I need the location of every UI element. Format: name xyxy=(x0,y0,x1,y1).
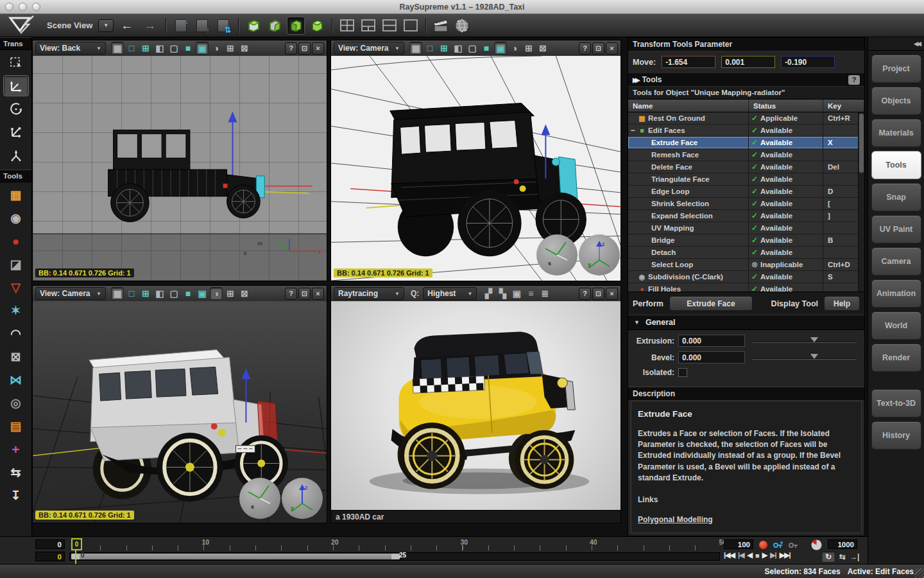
split-shade-cube-icon[interactable]: ◧ xyxy=(452,42,465,55)
viewport-camera-wire-canvas[interactable]: s zy BB: 0.14 0.671 0.726 Grid: 1 xyxy=(331,56,620,281)
view-selector[interactable]: View: Back▼ xyxy=(35,42,106,55)
bevel-slider[interactable] xyxy=(753,353,859,362)
smooth-sphere-tool-button[interactable]: ◎ xyxy=(3,392,29,414)
fit-view-icon[interactable]: ⊞ xyxy=(224,287,237,300)
solid-cube-icon[interactable]: ■ xyxy=(182,287,194,300)
viewport-camera-shaded-canvas[interactable]: s zy BB: 0.14 0.671 0.726 Grid: 1 xyxy=(33,301,327,523)
panel-button-uv-paint[interactable]: UV Paint xyxy=(871,215,921,243)
mode-faces-button[interactable] xyxy=(287,17,305,35)
move-y-field[interactable]: 0.001 xyxy=(721,56,775,68)
globe-button[interactable] xyxy=(453,17,471,35)
nav-forward-button[interactable]: → xyxy=(140,19,160,33)
viewport-raytracing-canvas[interactable]: a 1930AD car xyxy=(331,301,620,523)
tool-row-shrink-selection[interactable]: Shrink Selection✓Available[ xyxy=(628,198,864,210)
layout-single-button[interactable] xyxy=(402,17,420,35)
layout-quad-button[interactable] xyxy=(338,17,356,35)
playback-rate-icon[interactable] xyxy=(811,539,822,553)
dense-wire-cube-icon[interactable]: ⊞ xyxy=(438,42,450,55)
collapse-panel-icon[interactable]: ◀◀ xyxy=(914,40,920,47)
scale-tool-button[interactable] xyxy=(3,121,29,143)
detach-viewport-button[interactable]: ⊡ xyxy=(298,288,311,300)
play-once-button[interactable]: →| xyxy=(850,552,859,561)
pingpong-playback-button[interactable]: ⇆ xyxy=(839,552,846,561)
close-viewport-button[interactable]: × xyxy=(606,288,618,300)
add-keyframe-icon[interactable] xyxy=(773,540,784,552)
render-animation-button[interactable] xyxy=(432,17,450,35)
end-frame-field[interactable]: 100 xyxy=(724,539,753,549)
fill-holes-tool-button[interactable]: ● xyxy=(3,231,29,252)
detach-viewport-button[interactable]: ⊡ xyxy=(592,288,604,300)
timeline-ruler[interactable]: 0 01020304050 xyxy=(69,538,720,551)
flat-cube-icon[interactable]: ▢ xyxy=(466,42,479,55)
rotate-tool-button[interactable] xyxy=(3,98,29,119)
flat-cube-icon[interactable]: ▢ xyxy=(167,42,180,55)
panel-button-materials[interactable]: Materials xyxy=(871,119,921,147)
select-tool-button[interactable] xyxy=(3,52,29,73)
panel-help-button[interactable]: ? xyxy=(848,75,860,85)
save-render-icon[interactable]: ▣ xyxy=(510,287,523,300)
extrusion-field[interactable]: 0.000 xyxy=(678,335,745,347)
collapse-toggle-icon[interactable]: − xyxy=(628,126,637,135)
tool-row-remesh-face[interactable]: Remesh Face✓Available xyxy=(628,149,864,161)
next-frame-button[interactable]: ▶| xyxy=(770,551,776,559)
close-viewport-button[interactable]: × xyxy=(606,42,618,55)
tool-row-triangulate-face[interactable]: Triangulate Face✓Available xyxy=(628,173,864,186)
close-viewport-button[interactable]: × xyxy=(312,42,324,55)
orbit-axis-control[interactable]: zy xyxy=(579,234,620,276)
go-end-button[interactable]: ▶▶| xyxy=(780,551,791,559)
lattice-tool-button[interactable]: ⊠ xyxy=(3,346,29,367)
clapperboard-add-icon[interactable]: ▚ xyxy=(496,287,509,300)
scene-view-dropdown[interactable]: ▼ xyxy=(98,19,114,32)
tool-row-uv-mapping[interactable]: UV Mapping✓Available xyxy=(628,222,864,234)
grid-display-icon[interactable]: ▦ xyxy=(409,42,422,55)
explode-tool-button[interactable]: ✶ xyxy=(3,300,29,321)
general-section-header[interactable]: ▼ General xyxy=(628,315,864,330)
split-shade-cube-icon[interactable]: ◧ xyxy=(153,287,166,300)
tool-row-detach[interactable]: Detach✓Available xyxy=(628,247,864,259)
resize-grip[interactable] xyxy=(914,568,924,578)
render-sphere-icon[interactable]: ◑ xyxy=(508,42,521,55)
panel-button-objects[interactable]: Objects xyxy=(871,87,921,115)
split-shade-cube-icon[interactable]: ◧ xyxy=(153,42,166,55)
move-z-field[interactable]: -0.190 xyxy=(781,56,835,68)
fit-view-icon[interactable]: ⊞ xyxy=(522,42,535,55)
fit-view-icon[interactable]: ⊞ xyxy=(224,42,237,55)
mode-points-button[interactable] xyxy=(244,17,262,35)
minimize-window-icon[interactable] xyxy=(19,3,27,11)
render-sphere-icon[interactable]: ◑ xyxy=(210,42,223,55)
play-button[interactable]: ▶ xyxy=(762,551,767,559)
polygonal-modelling-link[interactable]: Polygonal Modelling xyxy=(638,514,713,525)
grid-display-icon[interactable]: ▦ xyxy=(111,42,124,55)
constraint-tool-button[interactable]: ↧ xyxy=(3,485,29,506)
tool-row-select-loop[interactable]: Select Loop⊗InapplicableCtrl+D xyxy=(628,259,864,271)
mode-object-button[interactable] xyxy=(308,17,326,35)
extrusion-slider[interactable] xyxy=(753,337,859,346)
move-tool-button[interactable] xyxy=(3,75,29,96)
wireframe-cube-icon[interactable]: □ xyxy=(125,42,138,55)
playhead-marker[interactable]: 0 xyxy=(71,538,82,550)
tool-row-fill-holes[interactable]: ●Fill Holes✓Available xyxy=(628,283,864,292)
flat-cube-icon[interactable]: ▢ xyxy=(167,287,180,300)
loop-playback-button[interactable]: ↻ xyxy=(821,551,835,563)
swap-tool-button[interactable]: ⇆ xyxy=(3,462,29,483)
layout-three-button[interactable] xyxy=(359,17,377,35)
pivot-tool-button[interactable] xyxy=(3,144,29,166)
move-x-field[interactable]: -1.654 xyxy=(662,56,715,68)
viewport-help-button[interactable]: ? xyxy=(579,288,591,300)
unwrap-tool-button[interactable]: ▤ xyxy=(3,416,29,437)
panel-button-project[interactable]: Project xyxy=(871,55,921,83)
panel-button-text-to-3d[interactable]: Text-to-3D xyxy=(871,389,921,417)
stop-button[interactable]: ■ xyxy=(755,552,759,559)
wireframe-cube-icon[interactable]: □ xyxy=(424,42,436,55)
quality-selector[interactable]: Highest▼ xyxy=(423,287,477,300)
tool-row-rest-on-ground[interactable]: ▦Rest On Ground✓ApplicableCtrl+R xyxy=(628,112,864,125)
object-import-button[interactable]: ↓ xyxy=(172,17,190,35)
orbit-rotate-control[interactable]: s xyxy=(536,234,578,276)
viewport-help-button[interactable]: ? xyxy=(579,42,591,55)
help-button[interactable]: Help xyxy=(824,296,860,311)
render-queue-icon[interactable]: ≣ xyxy=(538,287,551,300)
boolean-tool-button[interactable]: ◪ xyxy=(3,254,29,275)
detach-viewport-button[interactable]: ⊡ xyxy=(592,42,604,55)
panel-button-world[interactable]: World xyxy=(871,311,921,340)
isolated-checkbox[interactable] xyxy=(678,368,687,377)
